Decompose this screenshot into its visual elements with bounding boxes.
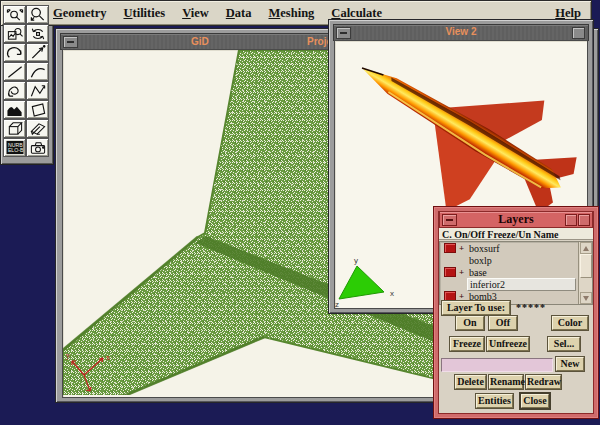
axis-y-label: y (66, 351, 70, 360)
axis-y-label: y (354, 256, 358, 265)
zoom-window-icon[interactable] (3, 24, 26, 43)
dialog-title: Layers (498, 212, 533, 226)
layer-to-use-value: ***** (516, 302, 546, 313)
freeze-button[interactable]: Freeze (450, 337, 484, 351)
nurbs-labels-icon[interactable]: NURB ELO-B (3, 138, 26, 157)
layer-list: + boxsurf boxlp + base inferior2 + bomb3 (439, 241, 593, 305)
layer-name: base (467, 267, 489, 278)
layer-name: bomb3 (467, 291, 499, 302)
scroll-thumb[interactable] (580, 254, 592, 278)
create-polyline-icon[interactable] (26, 81, 49, 100)
menu-utilities[interactable]: Utilities (123, 6, 165, 21)
rename-button[interactable]: Rename (489, 375, 523, 389)
color-button[interactable]: Color (552, 316, 588, 330)
window-title: GiD (191, 35, 209, 49)
new-layer-input[interactable] (441, 358, 553, 372)
layer-to-use-button[interactable]: Layer To use: (442, 301, 510, 315)
create-arc-icon[interactable] (26, 62, 49, 81)
scroll-down-icon[interactable] (580, 292, 592, 304)
pan-icon[interactable] (26, 43, 49, 62)
restore-icon[interactable] (565, 214, 577, 226)
entities-button[interactable]: Entities (476, 394, 513, 408)
layers-dialog: Layers C. On/Off Freeze/Un Name + boxsur… (433, 206, 599, 419)
svg-text:ELO-B: ELO-B (7, 147, 23, 153)
minimize-icon[interactable] (336, 27, 351, 39)
on-button[interactable]: On (456, 316, 484, 330)
axis-z-label: z (90, 393, 94, 395)
create-polygon-icon[interactable] (26, 100, 49, 119)
render-camera-icon[interactable] (26, 138, 49, 157)
layer-expand-icon[interactable]: + (456, 291, 467, 301)
zoom-dynamic-icon[interactable] (3, 5, 26, 24)
window-title: View 2 (446, 26, 477, 37)
menu-meshing[interactable]: Meshing (268, 6, 314, 21)
create-surface-icon[interactable] (3, 100, 26, 119)
layer-name: inferior2 (467, 278, 576, 291)
layer-color-swatch[interactable] (444, 243, 456, 253)
redraw-button[interactable]: Redraw (526, 375, 561, 389)
redraw-icon[interactable] (26, 24, 49, 43)
off-button[interactable]: Off (489, 316, 517, 330)
delete-button[interactable]: Delete (455, 375, 486, 389)
unfreeze-button[interactable]: Unfreeze (487, 337, 529, 351)
minimize-icon[interactable] (442, 214, 457, 226)
layer-row[interactable]: + boxsurf (440, 242, 592, 254)
view2-title-bar[interactable]: View 2 (333, 24, 589, 41)
create-volume-icon[interactable] (3, 119, 26, 138)
create-line-icon[interactable] (3, 62, 26, 81)
layer-color-swatch[interactable] (444, 267, 456, 277)
scroll-up-icon[interactable] (580, 242, 592, 254)
layers-title-bar[interactable]: Layers (439, 211, 593, 228)
menu-view[interactable]: View (182, 6, 209, 21)
view2-axes-indicator: y x z (335, 256, 394, 308)
maximize-icon[interactable] (578, 214, 590, 226)
menu-data[interactable]: Data (226, 6, 252, 21)
new-button[interactable]: New (556, 357, 584, 371)
delete-eraser-icon[interactable] (26, 119, 49, 138)
sel-button[interactable]: Sel... (548, 337, 580, 351)
axis-z-label: z (335, 300, 339, 308)
tool-palette: NURB ELO-B (0, 0, 54, 165)
layer-row-selected[interactable]: inferior2 (440, 278, 592, 290)
close-button[interactable]: Close (521, 394, 549, 408)
rotate-view-icon[interactable] (3, 43, 26, 62)
maximize-icon[interactable] (572, 27, 585, 39)
layer-row[interactable]: + base (440, 266, 592, 278)
layer-expand-icon[interactable]: + (456, 243, 467, 253)
create-spiral-icon[interactable] (3, 81, 26, 100)
layer-name: boxlp (467, 255, 494, 266)
axis-x-label: x (106, 353, 110, 362)
axis-x-label: x (390, 289, 394, 298)
layer-expand-icon[interactable]: + (456, 267, 467, 277)
layer-color-swatch[interactable] (444, 291, 456, 301)
layer-list-scrollbar[interactable] (578, 242, 592, 304)
layer-row[interactable]: boxlp (440, 254, 592, 266)
menu-geometry[interactable]: Geometry (53, 6, 106, 21)
layer-name: boxsurf (467, 243, 502, 254)
zoom-icon[interactable] (26, 5, 49, 24)
minimize-icon[interactable] (63, 36, 78, 48)
desktop: { "menu_bar": { "items": [ {"label": "Fi… (0, 0, 600, 425)
layer-columns-header: C. On/Off Freeze/Un Name (439, 228, 593, 240)
